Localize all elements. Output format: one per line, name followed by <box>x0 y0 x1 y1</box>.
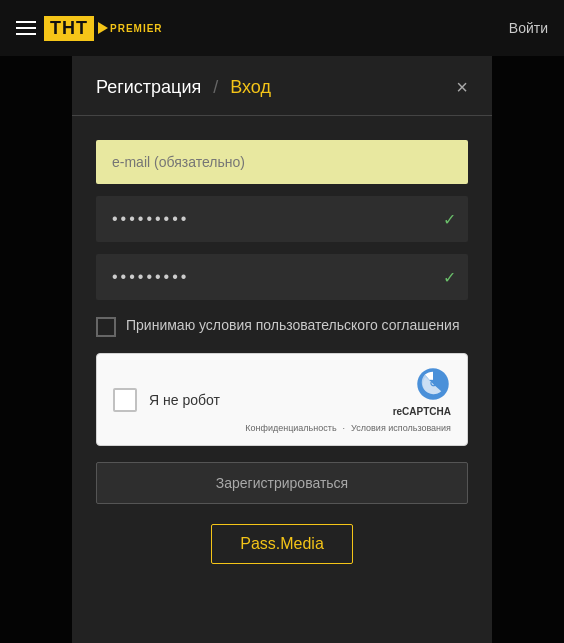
tab-divider: / <box>213 77 218 98</box>
recaptcha-privacy[interactable]: Конфиденциальность <box>245 423 336 433</box>
play-icon <box>98 22 108 34</box>
menu-icon[interactable] <box>16 21 36 35</box>
modal-tabs: Регистрация / Вход <box>96 77 271 98</box>
tab-register[interactable]: Регистрация <box>96 77 201 98</box>
register-button[interactable]: Зарегистрироваться <box>96 462 468 504</box>
password2-wrapper: ✓ <box>96 254 468 300</box>
logo-premier: PREMIER <box>98 22 163 34</box>
recaptcha-text: Я не робот <box>149 392 220 408</box>
recaptcha-left: Я не робот <box>113 388 220 412</box>
terms-row: Принимаю условия пользовательского согла… <box>96 316 468 337</box>
tab-login[interactable]: Вход <box>230 77 271 98</box>
recaptcha-checkbox[interactable] <box>113 388 137 412</box>
terms-checkbox[interactable] <box>96 317 116 337</box>
recaptcha-terms[interactable]: Условия использования <box>351 423 451 433</box>
modal: Регистрация / Вход × ✓ ✓ Прини <box>72 56 492 643</box>
recaptcha-right: ↻ reCAPTCHA Конфиденциальность · Условия… <box>245 366 451 433</box>
password2-input[interactable] <box>96 254 468 300</box>
password1-wrapper: ✓ <box>96 196 468 242</box>
pass-media-button[interactable]: Pass.Media <box>211 524 353 564</box>
password1-checkmark: ✓ <box>443 210 456 229</box>
login-button[interactable]: Войти <box>509 20 548 36</box>
header-left: ТНТ PREMIER <box>16 16 163 41</box>
recaptcha-separator: · <box>343 423 346 433</box>
recaptcha-icon: ↻ <box>415 366 451 402</box>
logo[interactable]: ТНТ PREMIER <box>44 16 163 41</box>
recaptcha-brand: reCAPTCHA <box>393 406 451 417</box>
recaptcha-footer: Конфиденциальность · Условия использован… <box>245 423 451 433</box>
svg-text:↻: ↻ <box>429 378 437 389</box>
close-button[interactable]: × <box>456 76 468 99</box>
header: ТНТ PREMIER Войти <box>0 0 564 56</box>
password1-input[interactable] <box>96 196 468 242</box>
recaptcha-widget[interactable]: Я не робот ↻ reCAPTCHA Конф <box>96 353 468 446</box>
email-input[interactable] <box>96 140 468 184</box>
premier-text: PREMIER <box>110 23 163 34</box>
modal-header: Регистрация / Вход × <box>72 56 492 116</box>
modal-overlay: Регистрация / Вход × ✓ ✓ Прини <box>0 56 564 643</box>
password2-checkmark: ✓ <box>443 268 456 287</box>
logo-tnt: ТНТ <box>44 16 94 41</box>
terms-label: Принимаю условия пользовательского согла… <box>126 316 459 336</box>
modal-body: ✓ ✓ Принимаю условия пользовательского с… <box>72 116 492 588</box>
